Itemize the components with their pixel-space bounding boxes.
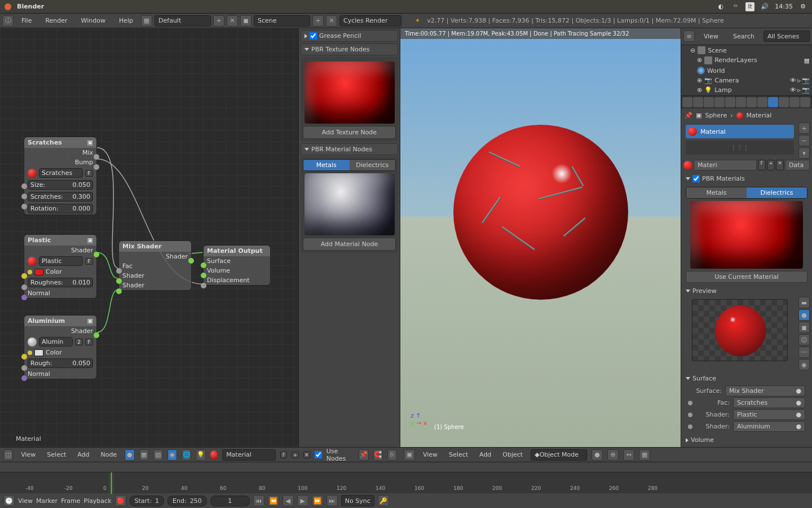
playhead[interactable]: [111, 472, 112, 494]
language-indicator[interactable]: It: [745, 2, 754, 11]
new-material-button[interactable]: +: [767, 160, 775, 170]
color-swatch[interactable]: [34, 349, 43, 356]
menu-help[interactable]: Help: [113, 15, 139, 27]
outliner-search-menu[interactable]: Search: [727, 30, 760, 42]
texture-field[interactable]: Scratches: [39, 168, 83, 178]
pin-icon[interactable]: 📌: [359, 449, 368, 461]
preview-monkey-icon[interactable]: ☺: [798, 334, 810, 345]
menu-object[interactable]: Object: [499, 449, 526, 461]
panel-pbr-materials[interactable]: PBR Material Nodes: [301, 143, 398, 155]
keyframe-next-icon[interactable]: ⏩: [312, 495, 323, 506]
copy-button[interactable]: ⎘: [387, 449, 397, 461]
play-reverse-icon[interactable]: ◀: [283, 495, 294, 506]
roughness-field[interactable]: Rough:0.050: [28, 358, 93, 368]
visibility-icon[interactable]: 👁: [790, 86, 796, 94]
scratches-field[interactable]: Scratches:0.300: [28, 192, 93, 202]
fake-user-button[interactable]: F: [758, 160, 766, 170]
add-scene-icon[interactable]: +: [312, 15, 324, 27]
wifi-icon[interactable]: ⌔: [731, 2, 740, 11]
node-material-output[interactable]: Material Output Surface Volume Displacem…: [203, 245, 271, 286]
texture-tree-icon[interactable]: ▧: [153, 449, 163, 461]
screen-layout-dropdown[interactable]: Default: [155, 15, 211, 27]
users-count[interactable]: 2: [75, 339, 83, 345]
renderable-icon[interactable]: 📷: [802, 86, 810, 94]
compositor-tree-icon[interactable]: ▦: [139, 449, 149, 461]
add-slot-button[interactable]: +: [798, 122, 810, 134]
scene-icon[interactable]: ◼: [240, 15, 251, 27]
preview-world-icon[interactable]: ◉: [798, 359, 810, 370]
shader2-dropdown[interactable]: Aluminium●: [733, 421, 805, 432]
new-button[interactable]: +: [292, 452, 298, 458]
tab-constraints[interactable]: [736, 97, 746, 107]
size-field[interactable]: Size:0.050: [28, 180, 93, 190]
texture-ball-icon[interactable]: [28, 257, 37, 266]
layout-icon[interactable]: ▦: [141, 15, 152, 27]
rotation-field[interactable]: Rotation:0.000: [28, 204, 93, 213]
current-frame-field[interactable]: 1: [210, 496, 250, 506]
shader1-dropdown[interactable]: Plastic●: [733, 409, 805, 420]
outliner[interactable]: ≡ View Search All Scenes ⊖Scene ⊕RenderL…: [681, 28, 812, 96]
tab-renderlayers[interactable]: [693, 97, 703, 107]
nodetree-name-field[interactable]: Material: [222, 449, 276, 461]
outliner-item-renderlayers[interactable]: ⊕RenderLayers▦: [681, 55, 812, 65]
tab-modifiers[interactable]: [747, 97, 757, 107]
panel-grease-pencil[interactable]: Grease Pencil: [301, 30, 398, 42]
tab-particles[interactable]: [789, 97, 800, 107]
start-frame-field[interactable]: Start:1: [130, 496, 165, 506]
node-scratches[interactable]: Scratches▣ Mix Bump ScratchesF Size:0.05…: [24, 137, 97, 215]
3d-viewport[interactable]: Time:00:05.77 | Mem:19.07M, Peak:43.05M …: [400, 28, 681, 447]
tab-metals[interactable]: Metals: [303, 160, 350, 170]
snap-icon[interactable]: 🧲: [373, 449, 383, 461]
selectable-icon[interactable]: ▹: [797, 77, 801, 84]
preview-cube-icon[interactable]: ◼: [798, 322, 810, 333]
render-engine-dropdown[interactable]: Cycles Render: [339, 15, 401, 27]
remove-scene-icon[interactable]: ✕: [326, 15, 337, 27]
timeline-ruler[interactable]: -40-200204060801001201401601802002202402…: [0, 472, 812, 493]
use-current-material-button[interactable]: Use Current Material: [686, 271, 807, 283]
tab-dielectrics[interactable]: Dielectrics: [747, 187, 807, 198]
node-collapse-icon[interactable]: ▣: [87, 237, 93, 244]
panel-preview[interactable]: Preview: [683, 285, 810, 297]
node-collapse-icon[interactable]: ▣: [87, 317, 93, 325]
outliner-item-camera[interactable]: ⊕📷Camera👁▹📷: [681, 76, 812, 85]
lamp-shader-icon[interactable]: 💡: [196, 449, 205, 461]
clock[interactable]: 14:35: [775, 3, 793, 10]
surface-shader-dropdown[interactable]: Mix Shader●: [725, 386, 805, 396]
panel-pbr-materials[interactable]: PBR Materials: [683, 173, 810, 185]
node-collapse-icon[interactable]: ▣: [87, 139, 93, 146]
add-layout-icon[interactable]: +: [213, 15, 224, 27]
window-close-icon[interactable]: [5, 3, 11, 10]
material-slot[interactable]: Material: [686, 125, 794, 138]
shader-tree-icon[interactable]: ●: [125, 449, 134, 461]
fake-user-button[interactable]: F: [280, 452, 287, 458]
panel-volume[interactable]: Volume: [683, 434, 810, 446]
menu-node[interactable]: Node: [98, 449, 121, 461]
tab-physics[interactable]: [800, 97, 810, 107]
node-mix-shader[interactable]: Mix Shader Shader Fac Shader Shader: [118, 240, 192, 291]
editor-type-icon[interactable]: ▣: [404, 449, 415, 461]
pbr-material-tabs[interactable]: Metals Dielectrics: [686, 187, 807, 199]
menu-view[interactable]: View: [17, 449, 39, 461]
material-type-tabs[interactable]: Metals Dielectrics: [303, 159, 396, 171]
viewport-shading-icon[interactable]: ●: [592, 449, 603, 461]
material-browse-icon[interactable]: [210, 450, 218, 459]
outliner-filter-dropdown[interactable]: All Scenes: [764, 30, 810, 42]
editor-type-icon[interactable]: 🕐: [3, 495, 15, 506]
keyframe-prev-icon[interactable]: ⏪: [268, 495, 279, 506]
menu-add[interactable]: Add: [476, 449, 495, 461]
menu-view[interactable]: View: [18, 497, 33, 505]
auto-keyframe-icon[interactable]: 🔴: [115, 495, 126, 506]
texture-ball-icon[interactable]: [28, 169, 37, 178]
jump-start-icon[interactable]: ⏮: [253, 495, 264, 506]
render-pass-icon[interactable]: ▦: [804, 57, 810, 64]
material-slot-empty[interactable]: ⋮⋮⋮: [686, 141, 794, 155]
outliner-type-icon[interactable]: ≡: [683, 30, 695, 42]
visibility-icon[interactable]: 👁: [790, 77, 796, 84]
node-plastic[interactable]: Plastic▣ Shader PlasticF Color Roughnes:…: [24, 234, 97, 299]
play-icon[interactable]: ▶: [297, 495, 308, 506]
outliner-item-lamp[interactable]: ⊕💡Lamp👁▹📷: [681, 85, 812, 95]
add-material-node-button[interactable]: Add Material Node: [303, 238, 396, 251]
tab-metals[interactable]: Metals: [686, 187, 747, 198]
world-shader-icon[interactable]: 🌐: [182, 449, 191, 461]
menu-marker[interactable]: Marker: [36, 497, 58, 505]
